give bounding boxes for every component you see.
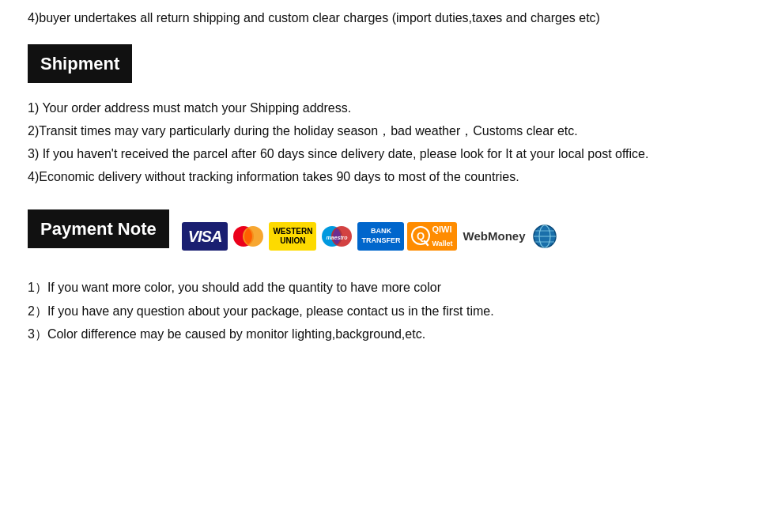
payment-point-3: 3）Color difference may be caused by moni…	[28, 323, 731, 345]
shipment-section: Shipment 1) Your order address must matc…	[28, 44, 731, 188]
shipment-point-3: 3) If you haven't received the parcel af…	[28, 143, 731, 164]
payment-header-row: Payment Note VISA WESTERNUNION	[28, 209, 731, 262]
shipment-point-2: 2)Transit times may vary particularly du…	[28, 120, 731, 141]
intro-paragraph: 4)buyer undertakes all return shipping a…	[28, 8, 731, 28]
payment-icons: VISA WESTERNUNION	[182, 222, 559, 251]
intro-text: 4)buyer undertakes all return shipping a…	[28, 8, 731, 28]
shipment-point-4: 4)Economic delivery without tracking inf…	[28, 166, 731, 187]
visa-icon: VISA	[182, 222, 228, 251]
webmoney-icon: WebMoney	[460, 222, 529, 251]
payment-header: Payment Note	[28, 209, 169, 248]
bank-transfer-icon: BANKTRANSFER	[357, 222, 404, 251]
shipment-body: 1) Your order address must match your Sh…	[28, 97, 731, 188]
western-union-icon: WESTERNUNION	[269, 222, 316, 251]
svg-text:Q: Q	[417, 230, 425, 242]
payment-body: 1）If you want more color, you should add…	[28, 277, 731, 345]
qiwi-icon: Q QIWIWallet	[407, 222, 456, 251]
page-container: 4)buyer undertakes all return shipping a…	[0, 0, 759, 391]
maestro-icon: maestro	[319, 222, 354, 251]
globe-icon	[531, 223, 558, 250]
svg-text:maestro: maestro	[327, 235, 349, 240]
payment-point-2: 2）If you have any question about your pa…	[28, 300, 731, 322]
shipment-point-1: 1) Your order address must match your Sh…	[28, 97, 731, 119]
mastercard-icon	[231, 222, 266, 251]
shipment-header: Shipment	[28, 44, 132, 83]
payment-point-1: 1）If you want more color, you should add…	[28, 277, 731, 298]
payment-section: Payment Note VISA WESTERNUNION	[28, 209, 731, 345]
